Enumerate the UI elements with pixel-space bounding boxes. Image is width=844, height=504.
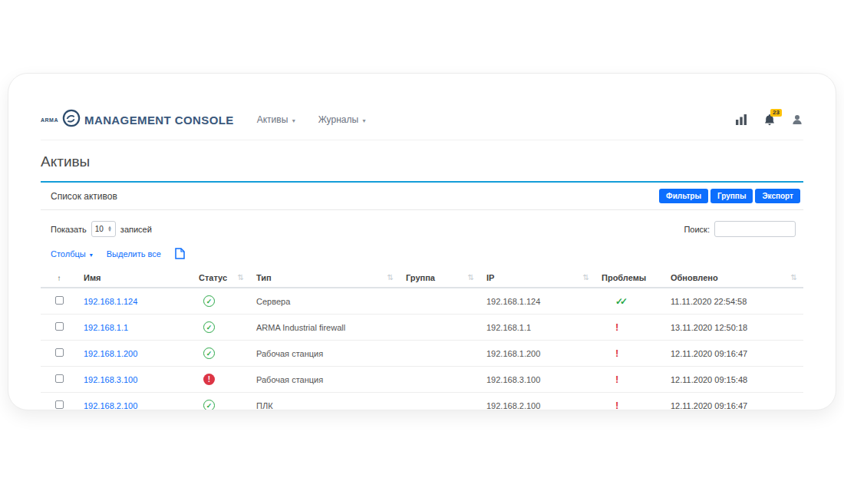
export-file-icon[interactable]: [175, 248, 185, 259]
search-label: Поиск:: [684, 225, 710, 234]
header-problems-label: Проблемы: [602, 273, 646, 282]
nav-item-logs[interactable]: Журналы ▾: [318, 114, 366, 125]
sort-icon: ⇅: [238, 273, 244, 282]
chevron-down-icon: ▾: [90, 252, 93, 259]
page-title: Активы: [41, 153, 803, 170]
table-row: 192.168.2.100 ПЛК 192.168.2.100 12.11.20…: [41, 393, 803, 411]
table-row: 192.168.3.100 Рабочая станция 192.168.3.…: [41, 367, 803, 393]
navbar-actions: 23: [736, 114, 803, 127]
page-size-value: 10: [95, 225, 104, 233]
row-checkbox[interactable]: [55, 374, 64, 383]
sort-icon: ⇅: [791, 273, 797, 282]
table-row: 192.168.1.1 ARMA Industrial firewall 192…: [41, 315, 803, 341]
asset-group: [400, 367, 480, 393]
asset-ip: 192.168.2.100: [480, 393, 595, 411]
status-icon: [203, 348, 215, 359]
row-checkbox[interactable]: [55, 296, 64, 305]
sort-icon: ⇅: [583, 273, 589, 282]
asset-group: [400, 393, 480, 411]
select-all-button[interactable]: Выделить все: [107, 249, 161, 259]
header-problems[interactable]: Проблемы: [595, 268, 664, 288]
panel-header: Список активов Фильтры Группы Экспорт: [41, 183, 803, 210]
notifications-bell-icon[interactable]: 23: [763, 114, 776, 127]
header-ip[interactable]: IP ⇅: [480, 268, 595, 288]
asset-type: ПЛК: [250, 393, 400, 411]
sort-icon: ⇅: [387, 273, 394, 282]
asset-name-link[interactable]: 192.168.1.1: [84, 323, 128, 332]
sort-icon: ⇅: [468, 273, 474, 282]
app-window: ARMA MANAGEMENT CONSOLE Активы ▾ Журналы…: [8, 73, 836, 410]
asset-group: [400, 315, 480, 341]
problems-icon: [615, 321, 618, 333]
asset-name-link[interactable]: 192.168.1.200: [84, 349, 137, 358]
user-profile-icon[interactable]: [791, 114, 803, 126]
problems-icon: [615, 348, 618, 359]
asset-name-link[interactable]: 192.168.1.124: [84, 297, 137, 306]
dashboard-chart-icon[interactable]: [736, 114, 748, 125]
brand-title: MANAGEMENT CONSOLE: [84, 114, 234, 127]
header-type[interactable]: Тип ⇅: [250, 268, 400, 288]
asset-ip: 192.168.3.100: [480, 367, 595, 393]
problems-icon: [615, 374, 618, 385]
brand-logo[interactable]: ARMA MANAGEMENT CONSOLE: [41, 109, 234, 130]
header-group-label: Группа: [406, 273, 435, 282]
asset-updated: 11.11.2020 22:54:58: [664, 288, 803, 315]
status-icon: [203, 374, 215, 385]
asset-type: Рабочая станция: [250, 341, 400, 367]
columns-dropdown-button[interactable]: Столбцы ▾: [51, 249, 93, 259]
export-button[interactable]: Экспорт: [755, 189, 800, 203]
spinner-arrows-icon: ▲▼: [107, 226, 112, 232]
table-controls: Показать 10 ▲▼ записей Поиск:: [41, 210, 803, 240]
asset-name-link[interactable]: 192.168.3.100: [84, 375, 137, 384]
panel-title: Список активов: [51, 191, 117, 202]
header-ip-label: IP: [486, 273, 494, 282]
table-toolbar: Столбцы ▾ Выделить все: [41, 240, 803, 268]
header-name[interactable]: Имя: [77, 268, 193, 288]
chevron-down-icon: ▾: [292, 117, 295, 124]
chevron-down-icon: ▾: [362, 117, 365, 124]
asset-type: ARMA Industrial firewall: [250, 315, 400, 341]
row-checkbox[interactable]: [55, 322, 64, 331]
search-input[interactable]: [714, 221, 796, 237]
header-status-label: Статус: [199, 273, 227, 282]
panel-actions: Фильтры Группы Экспорт: [659, 189, 800, 203]
asset-type: Сервера: [250, 288, 400, 315]
asset-updated: 12.11.2020 09:16:47: [664, 341, 803, 367]
asset-updated: 12.11.2020 09:15:48: [664, 367, 803, 393]
table-row: 192.168.1.124 Сервера 192.168.1.124 11.1…: [41, 288, 803, 315]
status-icon: [203, 295, 215, 307]
header-status[interactable]: Статус ⇅: [193, 268, 250, 288]
page-size-select[interactable]: 10 ▲▼: [91, 221, 116, 237]
table-header-row: ↑ Имя Статус ⇅ Тип ⇅ Группа: [41, 268, 803, 288]
header-select-column[interactable]: ↑: [41, 268, 77, 288]
asset-group: [400, 341, 480, 367]
notification-count-badge: 23: [770, 109, 782, 117]
filters-button[interactable]: Фильтры: [659, 189, 708, 203]
asset-ip: 192.168.1.200: [480, 341, 595, 367]
header-updated[interactable]: Обновлено ⇅: [664, 268, 803, 288]
columns-label: Столбцы: [51, 249, 86, 259]
entries-label: записей: [120, 225, 152, 234]
assets-table: ↑ Имя Статус ⇅ Тип ⇅ Группа: [41, 268, 803, 410]
header-name-label: Имя: [84, 273, 101, 282]
navbar: ARMA MANAGEMENT CONSOLE Активы ▾ Журналы…: [41, 74, 803, 140]
groups-button[interactable]: Группы: [710, 189, 753, 203]
show-label: Показать: [51, 225, 87, 234]
asset-ip: 192.168.1.1: [480, 315, 595, 341]
header-group[interactable]: Группа ⇅: [400, 268, 480, 288]
assets-panel: Список активов Фильтры Группы Экспорт По…: [41, 181, 803, 410]
asset-name-link[interactable]: 192.168.2.100: [84, 401, 137, 410]
status-icon: [203, 400, 215, 410]
asset-updated: 12.11.2020 09:16:47: [664, 393, 803, 411]
nav-item-assets[interactable]: Активы ▾: [257, 114, 295, 125]
arma-wordmark: ARMA: [41, 117, 58, 123]
sort-asc-icon: ↑: [58, 274, 61, 282]
row-checkbox[interactable]: [55, 348, 64, 357]
nav-item-assets-label: Активы: [257, 114, 288, 125]
header-type-label: Тип: [256, 273, 272, 282]
asset-type: Рабочая станция: [250, 367, 400, 393]
table-row: 192.168.1.200 Рабочая станция 192.168.1.…: [41, 341, 803, 367]
arma-logo-icon: [62, 109, 81, 130]
row-checkbox[interactable]: [55, 400, 64, 409]
asset-ip: 192.168.1.124: [480, 288, 595, 315]
